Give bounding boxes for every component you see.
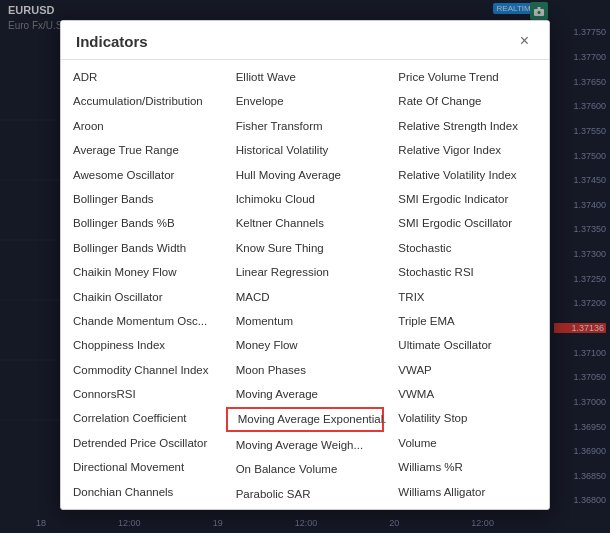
indicator-item[interactable]: Triple EMA [386,309,549,333]
indicator-item[interactable]: Williams Alligator [386,480,549,504]
indicator-item[interactable]: Chaikin Oscillator [61,285,224,309]
indicator-item[interactable]: Ichimoku Cloud [224,187,387,211]
indicator-item[interactable]: Stochastic RSI [386,260,549,284]
indicator-item[interactable]: Bollinger Bands [61,187,224,211]
indicator-item[interactable]: Chande Momentum Osc... [61,309,224,333]
indicator-item[interactable]: Momentum [224,309,387,333]
indicator-item[interactable]: MACD [224,285,387,309]
indicator-item[interactable]: Parabolic SAR [224,482,387,506]
indicator-item[interactable]: Volatility Stop [386,406,549,430]
indicator-item[interactable]: ConnorsRSI [61,382,224,406]
indicator-item[interactable]: Chaikin Money Flow [61,260,224,284]
modal-body: ADRAccumulation/DistributionAroonAverage… [61,60,549,509]
indicator-item[interactable]: Volume [386,431,549,455]
indicator-item[interactable]: VWAP [386,358,549,382]
indicator-item[interactable]: Keltner Channels [224,211,387,235]
modal-overlay: Indicators × ADRAccumulation/Distributio… [0,0,610,533]
indicators-column-2: Elliott WaveEnvelopeFisher TransformHist… [224,60,387,509]
indicator-item[interactable]: Moon Phases [224,358,387,382]
indicator-item[interactable]: TRIX [386,285,549,309]
indicators-column-3: Price Volume TrendRate Of ChangeRelative… [386,60,549,509]
indicators-column-1: ADRAccumulation/DistributionAroonAverage… [61,60,224,509]
indicator-item[interactable]: VWMA [386,382,549,406]
indicator-item[interactable]: Correlation Coefficient [61,406,224,430]
indicator-item[interactable]: Relative Strength Index [386,114,549,138]
indicator-item[interactable]: SMI Ergodic Oscillator [386,211,549,235]
modal-close-button[interactable]: × [515,31,534,51]
indicator-item[interactable]: ADR [61,65,224,89]
indicator-item[interactable]: Relative Vigor Index [386,138,549,162]
indicator-item[interactable]: Williams %R [386,455,549,479]
indicator-item[interactable]: Hull Moving Average [224,163,387,187]
indicator-item[interactable]: Aroon [61,114,224,138]
indicator-item[interactable]: Donchian Channels [61,480,224,504]
indicator-item[interactable]: Choppiness Index [61,333,224,357]
indicator-item[interactable]: Moving Average Weigh... [224,433,387,457]
indicator-item[interactable]: Moving Average Exponential... [226,407,385,431]
indicator-item[interactable]: Rate Of Change [386,89,549,113]
indicator-item[interactable]: Detrended Price Oscillator [61,431,224,455]
indicator-item[interactable]: Ultimate Oscillator [386,333,549,357]
indicators-modal: Indicators × ADRAccumulation/Distributio… [60,20,550,510]
indicator-item[interactable]: Awesome Oscillator [61,163,224,187]
indicator-item[interactable]: Commodity Channel Index [61,358,224,382]
indicator-item[interactable]: Envelope [224,89,387,113]
indicator-item[interactable]: Stochastic [386,236,549,260]
indicator-item[interactable]: Elliott Wave [224,65,387,89]
indicator-item[interactable]: Bollinger Bands %B [61,211,224,235]
indicator-item[interactable]: SMI Ergodic Indicator [386,187,549,211]
modal-title: Indicators [76,33,148,50]
indicator-item[interactable]: Relative Volatility Index [386,163,549,187]
indicator-item[interactable]: Fisher Transform [224,114,387,138]
indicator-item[interactable]: Bollinger Bands Width [61,236,224,260]
indicator-item[interactable]: Know Sure Thing [224,236,387,260]
indicator-item[interactable]: Directional Movement [61,455,224,479]
indicator-item[interactable]: Linear Regression [224,260,387,284]
indicator-item[interactable]: Accumulation/Distribution [61,89,224,113]
modal-header: Indicators × [61,21,549,60]
indicator-item[interactable]: Historical Volatility [224,138,387,162]
indicator-item[interactable]: Money Flow [224,333,387,357]
indicator-item[interactable]: Moving Average [224,382,387,406]
indicator-item[interactable]: Price Volume Trend [386,65,549,89]
indicator-item[interactable]: On Balance Volume [224,457,387,481]
indicator-item[interactable]: Average True Range [61,138,224,162]
